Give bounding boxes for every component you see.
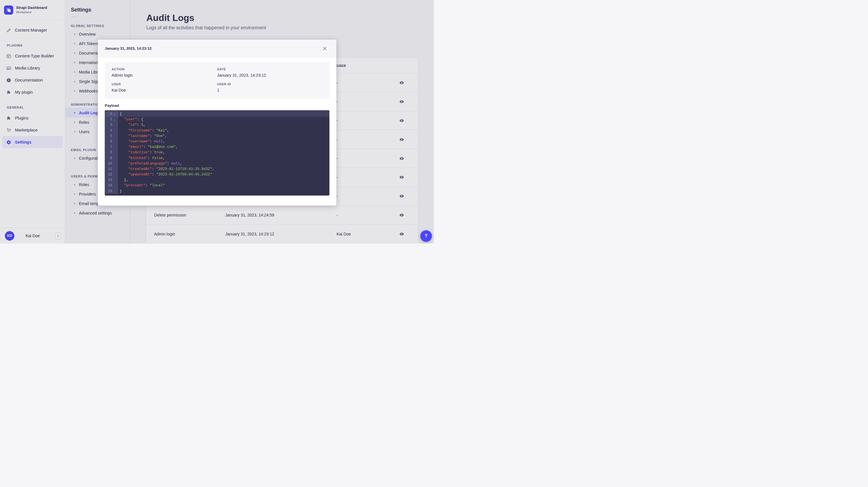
chevron-down-icon[interactable]: ⌄ — [112, 117, 117, 122]
line-number-gutter: 11 — [105, 167, 118, 172]
code-text: } — [118, 189, 330, 194]
line-number-gutter: 6 — [105, 139, 118, 144]
detail-label: ACTION — [112, 67, 217, 71]
code-line: 8 "isActive": true, — [105, 150, 330, 155]
code-text: "email": "kai@doe.com", — [118, 144, 330, 150]
detail-field-date: DATEJanuary 31, 2023, 14:23:12 — [217, 67, 323, 78]
line-number-gutter: 12 — [105, 172, 118, 177]
line-number-gutter: 13 — [105, 177, 118, 183]
code-line: 9 "blocked": false, — [105, 155, 330, 161]
line-number-gutter: 3 — [105, 122, 118, 128]
help-button[interactable]: ? — [421, 230, 432, 242]
payload-label: Payload — [105, 104, 330, 108]
line-number-gutter: 9 — [105, 155, 118, 161]
code-line: 15} — [105, 189, 330, 194]
code-line: 5 "lastname": "Doe", — [105, 134, 330, 139]
line-number-gutter: 15 — [105, 189, 118, 194]
detail-value: 1 — [217, 88, 323, 92]
code-line: 14 "provider": "local" — [105, 183, 330, 189]
code-text: }, — [118, 177, 330, 183]
detail-value: Kai Doe — [112, 88, 217, 92]
code-text: "preferedLanguage": null, — [118, 161, 330, 167]
code-text: "createdAt": "2023-01-13T10:43:35.943Z", — [118, 167, 330, 172]
code-line: 10 "preferedLanguage": null, — [105, 161, 330, 167]
line-number-gutter: 10 — [105, 161, 118, 167]
code-text: "username": null, — [118, 139, 330, 144]
help-icon: ? — [425, 233, 428, 238]
code-text: { — [118, 111, 330, 117]
code-line: 2⌄ "user": { — [105, 117, 330, 122]
detail-field-action: ACTIONAdmin login — [112, 67, 217, 78]
code-line: 6 "username": null, — [105, 139, 330, 144]
line-number-gutter: 4 — [105, 128, 118, 134]
detail-value: January 31, 2023, 14:23:12 — [217, 73, 323, 78]
code-line: 11 "createdAt": "2023-01-13T10:43:35.943… — [105, 167, 330, 172]
code-text: "isActive": true, — [118, 150, 330, 155]
modal-header: January 31, 2023, 14:23:12 — [98, 39, 336, 57]
code-text: "blocked": false, — [118, 155, 330, 161]
divider — [105, 110, 330, 111]
line-number-gutter: 1⌄ — [105, 111, 118, 117]
detail-label: USER ID — [217, 82, 323, 86]
code-text: "updatedAt": "2023-01-24T09:04:45.242Z" — [118, 172, 330, 177]
detail-value: Admin login — [112, 73, 217, 78]
code-text: "id": 1, — [118, 122, 330, 128]
line-number-gutter: 7 — [105, 144, 118, 150]
line-number-gutter: 8 — [105, 150, 118, 155]
detail-field-user-id: USER ID1 — [217, 82, 323, 92]
line-number-gutter: 5 — [105, 134, 118, 139]
code-text: "user": { — [118, 117, 330, 122]
detail-field-user: USERKai Doe — [112, 82, 217, 92]
payload-code-editor[interactable]: 1⌄{2⌄ "user": {3 "id": 1,4 "firstname": … — [105, 110, 330, 196]
line-number-gutter: 14 — [105, 183, 118, 189]
code-line: 1⌄{ — [105, 111, 330, 117]
close-icon — [323, 47, 327, 51]
code-line: 3 "id": 1, — [105, 122, 330, 128]
line-number-gutter: 2⌄ — [105, 117, 118, 122]
code-line: 13 }, — [105, 177, 330, 183]
code-text: "lastname": "Doe", — [118, 134, 330, 139]
code-line: 12 "updatedAt": "2023-01-24T09:04:45.242… — [105, 172, 330, 177]
code-line: 7 "email": "kai@doe.com", — [105, 144, 330, 150]
close-button[interactable] — [320, 44, 330, 53]
detail-label: USER — [112, 82, 217, 86]
code-text: "firstname": "Kai", — [118, 128, 330, 134]
code-line: 4 "firstname": "Kai", — [105, 128, 330, 134]
code-text: "provider": "local" — [118, 183, 330, 189]
audit-log-detail-modal: January 31, 2023, 14:23:12 ACTIONAdmin l… — [98, 39, 336, 206]
log-detail-card: ACTIONAdmin loginDATEJanuary 31, 2023, 1… — [105, 62, 330, 98]
detail-label: DATE — [217, 67, 323, 71]
modal-title: January 31, 2023, 14:23:12 — [105, 46, 152, 51]
chevron-down-icon[interactable]: ⌄ — [112, 111, 117, 117]
